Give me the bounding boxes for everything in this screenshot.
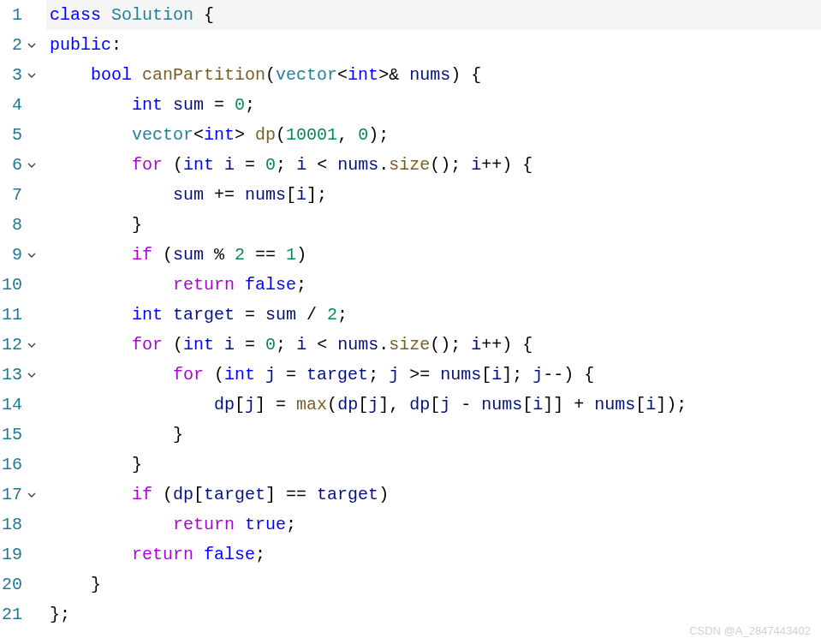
code-token: for <box>132 335 163 355</box>
code-token: % <box>204 245 235 265</box>
code-token: j <box>440 395 450 414</box>
code-token: < <box>337 65 348 85</box>
code-token: public <box>50 35 111 55</box>
fold-chevron-icon[interactable] <box>24 490 39 500</box>
code-line[interactable]: return false; <box>46 540 821 569</box>
gutter-line: 3 <box>0 60 39 90</box>
watermark: CSDN @A_2847443402 <box>689 624 811 637</box>
code-line[interactable]: return true; <box>46 510 821 540</box>
code-line[interactable]: return false; <box>46 270 821 300</box>
code-token: int <box>204 125 235 145</box>
code-token: < <box>193 125 204 145</box>
code-token: ]; <box>502 365 532 385</box>
code-token: target <box>306 365 368 385</box>
code-line[interactable]: } <box>46 420 821 450</box>
gutter-line: 18 <box>0 510 39 540</box>
code-token: nums <box>409 65 450 85</box>
code-token: [ <box>358 395 368 414</box>
code-token: [ <box>193 485 204 504</box>
code-token: target <box>204 485 265 504</box>
code-line[interactable]: if (sum % 2 == 1) <box>46 240 821 270</box>
code-token: ) <box>296 245 306 265</box>
code-token: return <box>132 545 193 564</box>
code-token: [ <box>522 395 532 414</box>
code-token: (); <box>430 155 471 175</box>
code-token: 2 <box>327 305 337 325</box>
code-token: 1 <box>286 245 296 265</box>
code-token: { <box>193 5 214 25</box>
gutter: 123456789101112131415161718192021 <box>0 0 46 644</box>
code-line[interactable]: dp[j] = max(dp[j], dp[j - nums[i]] + num… <box>46 390 821 420</box>
code-token: 0 <box>265 335 276 355</box>
code-token: ; <box>245 95 255 115</box>
code-token: sum <box>173 95 204 115</box>
code-line[interactable]: for (int j = target; j >= nums[i]; j--) … <box>46 360 821 390</box>
code-token: size <box>389 155 430 175</box>
fold-chevron-icon[interactable] <box>24 340 39 350</box>
code-token: ( <box>163 155 183 175</box>
code-token: } <box>50 575 101 594</box>
code-token: ; <box>286 515 296 534</box>
code-token: [ <box>635 395 645 414</box>
code-token: [ <box>286 185 296 205</box>
code-token: , <box>337 125 358 145</box>
code-token: += <box>204 185 245 205</box>
code-line[interactable]: vector<int> dp(10001, 0); <box>46 120 821 150</box>
code-line[interactable]: class Solution { <box>46 0 821 30</box>
code-token: ( <box>276 125 286 145</box>
code-line[interactable]: public: <box>46 30 821 60</box>
code-area[interactable]: class Solution {public: bool canPartitio… <box>46 0 821 644</box>
code-token: ; <box>337 305 348 325</box>
code-token: int <box>132 305 173 325</box>
code-token: size <box>389 335 430 355</box>
code-token: ], <box>378 395 409 414</box>
code-token: ; <box>296 275 306 295</box>
code-token: j <box>265 365 276 385</box>
fold-chevron-icon[interactable] <box>24 70 39 80</box>
code-line[interactable]: for (int i = 0; i < nums.size(); i++) { <box>46 330 821 360</box>
code-token: bool <box>91 65 142 85</box>
code-line[interactable]: if (dp[target] == target) <box>46 480 821 510</box>
code-token: 0 <box>265 155 276 175</box>
code-token: 10001 <box>286 125 337 145</box>
code-token: if <box>132 485 152 504</box>
gutter-line: 14 <box>0 390 39 420</box>
code-token: ) <box>378 485 389 504</box>
code-token: dp <box>214 395 235 414</box>
gutter-line: 6 <box>0 150 39 180</box>
code-editor[interactable]: 123456789101112131415161718192021 class … <box>0 0 821 644</box>
code-token: } <box>50 425 183 444</box>
code-line[interactable]: int target = sum / 2; <box>46 300 821 330</box>
line-number: 19 <box>0 540 24 569</box>
line-number: 8 <box>0 210 24 240</box>
code-token: canPartition <box>142 65 265 85</box>
code-token: == <box>245 245 286 265</box>
fold-chevron-icon[interactable] <box>24 370 39 380</box>
code-token: ( <box>152 485 173 504</box>
code-token: Solution <box>111 5 193 25</box>
code-token: target <box>173 305 235 325</box>
code-token: ]); <box>656 395 687 414</box>
code-line[interactable]: } <box>46 450 821 480</box>
code-token: sum <box>265 305 296 325</box>
code-token: 0 <box>235 95 245 115</box>
code-token: : <box>111 35 122 55</box>
code-token: [ <box>430 395 440 414</box>
line-number: 3 <box>0 60 24 90</box>
code-line[interactable]: } <box>46 210 821 240</box>
code-line[interactable]: int sum = 0; <box>46 90 821 120</box>
code-token <box>50 95 132 115</box>
code-token: i <box>224 155 235 175</box>
fold-chevron-icon[interactable] <box>24 160 39 170</box>
code-line[interactable]: sum += nums[i]; <box>46 180 821 210</box>
code-token: [ <box>481 365 491 385</box>
fold-chevron-icon[interactable] <box>24 250 39 260</box>
code-token: (); <box>430 335 471 355</box>
code-line[interactable]: } <box>46 569 821 599</box>
code-token: sum <box>173 185 204 205</box>
fold-chevron-icon[interactable] <box>24 40 39 51</box>
code-line[interactable]: for (int i = 0; i < nums.size(); i++) { <box>46 150 821 180</box>
code-token: i <box>296 155 306 175</box>
code-token: dp <box>409 395 430 414</box>
code-line[interactable]: bool canPartition(vector<int>& nums) { <box>46 60 821 90</box>
